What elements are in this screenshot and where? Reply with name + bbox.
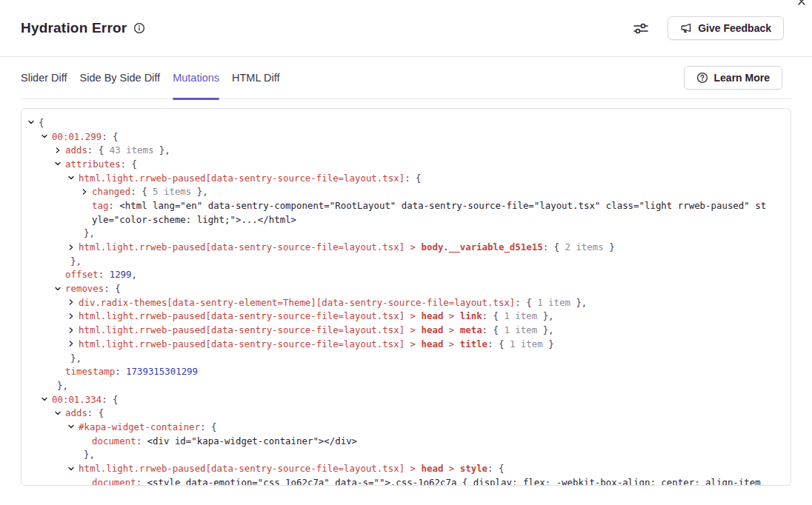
json-line-text: removes: { — [65, 283, 121, 294]
json-line: html.light.rrweb-paused[data-sentry-sour… — [27, 310, 791, 324]
json-line-text: }, — [84, 227, 95, 238]
chevron-right-icon[interactable] — [54, 147, 65, 154]
json-line-text: html.light.rrweb-paused[data-sentry-sour… — [79, 338, 554, 350]
json-line: timestamp: 1739315301299 — [27, 364, 791, 378]
json-line: changed: { 5 items }, — [27, 184, 791, 198]
chevron-right-icon[interactable] — [81, 188, 92, 195]
page-title: Hydration Error — [21, 20, 127, 36]
chevron-down-icon[interactable] — [41, 395, 52, 403]
json-line: }, — [27, 227, 791, 241]
megaphone-icon — [680, 22, 692, 34]
chevron-right-icon[interactable] — [67, 327, 79, 334]
json-line-text: attributes: { — [65, 158, 137, 170]
chevron-right-icon[interactable] — [67, 312, 79, 320]
title-wrap: Hydration Error — [21, 20, 145, 36]
json-line: html.light.rrweb-paused[data-sentry-sour… — [27, 323, 791, 337]
json-line: 00:01.334: { — [27, 392, 791, 407]
json-line: { — [27, 116, 791, 130]
question-icon — [696, 72, 708, 84]
json-line-text: }, — [57, 380, 68, 391]
json-line-text: }, — [84, 449, 95, 460]
tab-slider-diff[interactable]: Slider Diff — [21, 57, 67, 98]
json-line-text: document: <div id="kapa-widget-container… — [92, 435, 357, 447]
chevron-right-icon[interactable] — [67, 340, 79, 347]
json-line: adds: { — [27, 406, 791, 420]
json-line-text: }, — [70, 255, 81, 267]
chevron-down-icon[interactable] — [27, 118, 39, 126]
learn-more-button[interactable]: Learn More — [684, 66, 782, 90]
json-line: removes: { — [27, 281, 791, 295]
json-line: document: <div id="kapa-widget-container… — [27, 434, 791, 448]
json-line: html.light.rrweb-paused[data-sentry-sour… — [27, 461, 791, 475]
json-line-text: 00:01.334: { — [52, 394, 119, 405]
json-line-text: #kapa-widget-container: { — [79, 421, 217, 432]
chevron-down-icon[interactable] — [54, 160, 65, 167]
json-line-text: }, — [70, 352, 81, 364]
json-line-text: html.light.rrweb-paused[data-sentry-sour… — [79, 324, 554, 335]
json-line: attributes: { — [27, 157, 791, 171]
close-icon[interactable] — [797, 0, 806, 4]
json-line: html.light.rrweb-paused[data-sentry-sour… — [27, 240, 791, 254]
json-line: #kapa-widget-container: { — [27, 420, 791, 434]
json-line: }, — [27, 378, 791, 392]
tab-bar: Slider DiffSide By Side DiffMutationsHTM… — [21, 57, 791, 99]
json-line: yle="color-scheme: light;">...</html> — [27, 213, 791, 227]
json-line: document: <style data-emotion="css 1o62c… — [27, 475, 791, 486]
json-line-text: document: <style data-emotion="css 1o62c… — [92, 477, 761, 486]
header: Hydration Error Gi — [0, 0, 812, 57]
give-feedback-button[interactable]: Give Feedback — [668, 16, 784, 40]
json-line: 00:01.299: { — [27, 130, 791, 144]
learn-more-label: Learn More — [714, 72, 770, 84]
tab-side-by-side-diff[interactable]: Side By Side Diff — [80, 57, 161, 98]
chevron-down-icon[interactable] — [67, 465, 79, 472]
json-line-text: yle="color-scheme: light;">...</html> — [92, 214, 296, 225]
json-line-text: offset: 1299, — [65, 269, 137, 280]
json-line-text: timestamp: 1739315301299 — [65, 366, 198, 377]
give-feedback-label: Give Feedback — [698, 22, 771, 34]
info-icon[interactable] — [133, 22, 145, 34]
chevron-right-icon[interactable] — [67, 298, 79, 306]
header-actions: Give Feedback — [633, 16, 784, 40]
json-line: html.light.rrweb-paused[data-sentry-sour… — [27, 337, 791, 351]
json-line-text: 00:01.299: { — [52, 131, 119, 142]
json-line-text: html.light.rrweb-paused[data-sentry-sour… — [79, 241, 615, 252]
chevron-down-icon[interactable] — [54, 285, 65, 292]
json-line: offset: 1299, — [27, 268, 791, 282]
json-line: tag: <html lang="en" data-sentry-compone… — [27, 198, 791, 213]
json-line: }, — [27, 448, 791, 462]
json-line-text: div.radix-themes[data-sentry-element=The… — [79, 297, 587, 308]
chevron-down-icon[interactable] — [67, 423, 79, 430]
chevron-right-icon[interactable] — [67, 244, 79, 251]
tab-mutations[interactable]: Mutations — [173, 57, 219, 98]
json-line-text: { — [39, 117, 44, 128]
chevron-down-icon[interactable] — [41, 133, 52, 140]
json-line: }, — [27, 254, 791, 268]
json-line-text: tag: <html lang="en" data-sentry-compone… — [92, 200, 766, 211]
chevron-down-icon[interactable] — [67, 174, 79, 181]
chevron-down-icon[interactable] — [54, 409, 65, 417]
mutations-json-viewer[interactable]: {00:01.299: {adds: { 43 items },attribut… — [21, 108, 791, 486]
tab-html-diff[interactable]: HTML Diff — [232, 57, 279, 98]
json-line-text: adds: { — [65, 407, 104, 418]
json-line-text: html.light.rrweb-paused[data-sentry-sour… — [79, 173, 422, 184]
json-line: div.radix-themes[data-sentry-element=The… — [27, 295, 791, 310]
json-line-text: adds: { 43 items }, — [65, 144, 170, 155]
json-line: }, — [27, 351, 791, 365]
sliders-icon[interactable] — [633, 22, 649, 35]
json-line-text: html.light.rrweb-paused[data-sentry-sour… — [79, 463, 504, 474]
json-line-text: changed: { 5 items }, — [92, 186, 208, 197]
json-line-text: html.light.rrweb-paused[data-sentry-sour… — [79, 310, 554, 321]
json-line: html.light.rrweb-paused[data-sentry-sour… — [27, 171, 791, 185]
json-line: adds: { 43 items }, — [27, 143, 791, 157]
